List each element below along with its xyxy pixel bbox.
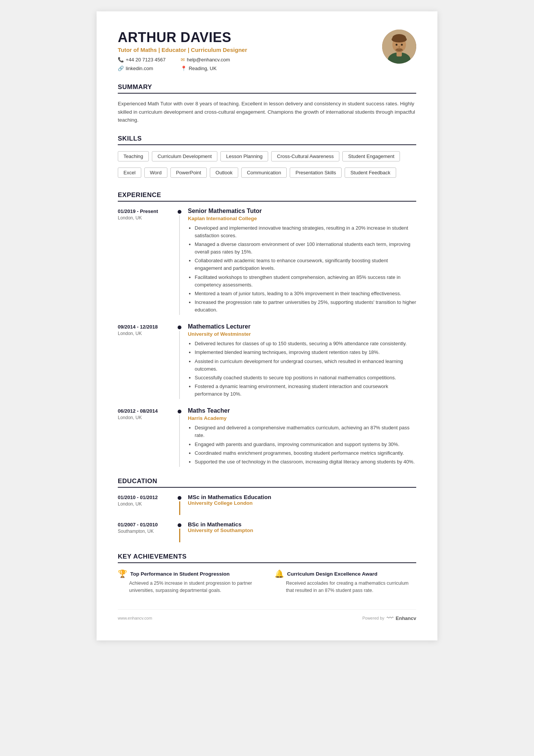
education-title: EDUCATION: [118, 477, 416, 488]
job-2-dot: [178, 326, 181, 329]
powered-by-text: Powered by: [362, 616, 384, 620]
job-3-date: 06/2012 - 08/2014: [118, 407, 176, 414]
job-2-location: London, UK: [118, 331, 176, 336]
location-text: Reading, UK: [189, 66, 217, 71]
bullet: Supported the use of technology in the c…: [195, 458, 416, 466]
edu-2-dot: [178, 523, 181, 527]
job-3-company: Harris Academy: [188, 415, 416, 421]
job-2-content: Mathematics Lecturer University of Westm…: [183, 323, 416, 399]
job-2-company: University of Westminster: [188, 331, 416, 337]
footer-brand: Powered by 〰 Enhancv: [362, 614, 416, 622]
achievements-grid: 🏆 Top Performance in Student Progression…: [118, 569, 416, 594]
job-3-location: London, UK: [118, 415, 176, 420]
header-left: ARTHUR DAVIES Tutor of Maths | Educator …: [118, 30, 382, 73]
job-3-date-loc: 06/2012 - 08/2014 London, UK: [118, 407, 176, 467]
job-1-company: Kaplan International College: [188, 216, 416, 221]
edu-1-location: London, UK: [118, 501, 176, 507]
job-1-bullets: Developed and implemented innovative tea…: [188, 224, 416, 314]
job-2-line: [179, 331, 180, 399]
enhancv-brand-name: Enhancv: [396, 615, 416, 621]
phone-contact: 📞 +44 20 7123 4567: [118, 57, 166, 63]
bullet: Engaged with parents and guardians, impr…: [195, 441, 416, 448]
job-1-timeline: [176, 208, 183, 315]
edu-2-school: University of Southampton: [188, 527, 416, 533]
job-2-date-loc: 09/2014 - 12/2018 London, UK: [118, 323, 176, 399]
bullet: Managed a diverse classroom environment …: [195, 241, 416, 256]
job-2-timeline: [176, 323, 183, 399]
summary-text: Experienced Math Tutor with over 8 years…: [118, 100, 416, 124]
skills-row-2: Excel Word PowerPoint Outlook Communicat…: [118, 167, 416, 181]
edu-1-content: MSc in Mathematics Education University …: [183, 494, 416, 515]
edu-1: 01/2010 - 01/2012 London, UK MSc in Math…: [118, 494, 416, 515]
edu-2-bar: [179, 529, 180, 542]
achievement-2-title: Curriculum Design Excellence Award: [287, 571, 378, 577]
candidate-name: ARTHUR DAVIES: [118, 30, 382, 45]
achievement-1-header: 🏆 Top Performance in Student Progression: [118, 569, 259, 578]
linkedin-icon: 🔗: [118, 66, 124, 71]
job-2-title: Mathematics Lecturer: [188, 323, 416, 330]
achievement-1-desc: Achieved a 25% increase in student progr…: [118, 580, 259, 594]
skill-lesson: Lesson Planning: [220, 151, 268, 161]
skill-student-engagement: Student Engagement: [342, 151, 400, 161]
skill-outlook: Outlook: [210, 167, 238, 178]
skill-communication: Communication: [241, 167, 287, 178]
edu-1-date-loc: 01/2010 - 01/2012 London, UK: [118, 494, 176, 515]
email-contact: ✉ help@enhancv.com: [181, 57, 230, 63]
skill-feedback: Student Feedback: [345, 167, 396, 178]
job-2: 09/2014 - 12/2018 London, UK Mathematics…: [118, 323, 416, 399]
job-2-bullets: Delivered lectures for classes of up to …: [188, 340, 416, 398]
job-1-title: Senior Mathematics Tutor: [188, 208, 416, 214]
skill-presentation: Presentation Skills: [290, 167, 342, 178]
resume-page: ARTHUR DAVIES Tutor of Maths | Educator …: [97, 11, 437, 640]
edu-1-degree: MSc in Mathematics Education: [188, 494, 416, 500]
footer-website: www.enhancv.com: [118, 616, 152, 620]
edu-2: 01/2007 - 01/2010 Southampton, UK BSc in…: [118, 521, 416, 542]
edu-2-timeline: [176, 521, 183, 542]
bullet: Facilitated workshops to strengthen stud…: [195, 274, 416, 289]
achievements-title: KEY ACHIEVEMENTS: [118, 553, 416, 563]
skill-teaching: Teaching: [118, 151, 149, 161]
job-2-date: 09/2014 - 12/2018: [118, 323, 176, 330]
job-3: 06/2012 - 08/2014 London, UK Maths Teach…: [118, 407, 416, 467]
bullet: Implemented blended learning techniques,…: [195, 349, 416, 356]
job-1-dot: [178, 210, 181, 214]
bullet: Delivered lectures for classes of up to …: [195, 340, 416, 347]
email-icon: ✉: [181, 57, 185, 63]
trophy-icon: 🏆: [118, 569, 127, 578]
skill-cross-cultural: Cross-Cultural Awareness: [271, 151, 339, 161]
bullet: Fostered a dynamic learning environment,…: [195, 383, 416, 398]
job-1-content: Senior Mathematics Tutor Kaplan Internat…: [183, 208, 416, 315]
summary-title: SUMMARY: [118, 83, 416, 94]
footer: www.enhancv.com Powered by 〰 Enhancv: [118, 609, 416, 622]
bullet: Mentored a team of junior tutors, leadin…: [195, 290, 416, 297]
svg-point-8: [399, 46, 400, 48]
job-3-content: Maths Teacher Harris Academy Designed an…: [183, 407, 416, 467]
skills-section: SKILLS Teaching Curriculum Development L…: [118, 135, 416, 181]
candidate-title: Tutor of Maths | Educator | Curriculum D…: [118, 47, 382, 53]
job-3-bullets: Designed and delivered a comprehensive m…: [188, 424, 416, 466]
edu-1-timeline: [176, 494, 183, 515]
edu-1-school: University College London: [188, 500, 416, 506]
header: ARTHUR DAVIES Tutor of Maths | Educator …: [118, 30, 416, 73]
bullet: Assisted in curriculum development for u…: [195, 358, 416, 373]
education-section: EDUCATION 01/2010 - 01/2012 London, UK M…: [118, 477, 416, 542]
edu-2-content: BSc in Mathematics University of Southam…: [183, 521, 416, 542]
skills-row-1: Teaching Curriculum Development Lesson P…: [118, 151, 416, 164]
edu-1-date: 01/2010 - 01/2012: [118, 494, 176, 500]
location-contact: 📍 Reading, UK: [181, 66, 230, 71]
linkedin-url: linkedin.com: [126, 66, 153, 71]
skill-excel: Excel: [118, 167, 141, 178]
edu-2-degree: BSc in Mathematics: [188, 521, 416, 527]
edu-2-date: 01/2007 - 01/2010: [118, 521, 176, 527]
bullet: Collaborated with academic teams to enha…: [195, 257, 416, 272]
experience-title: EXPERIENCE: [118, 191, 416, 202]
job-1-location: London, UK: [118, 215, 176, 221]
achievement-2-desc: Received accolades for creating a mathem…: [275, 580, 416, 594]
location-icon: 📍: [181, 66, 187, 71]
achievement-2-header: 🔔 Curriculum Design Excellence Award: [275, 569, 416, 578]
job-1-line: [179, 215, 180, 315]
achievements-section: KEY ACHIEVEMENTS 🏆 Top Performance in St…: [118, 553, 416, 594]
bullet: Increased the progression rate to partne…: [195, 299, 416, 314]
header-contacts: 📞 +44 20 7123 4567 🔗 linkedin.com ✉ help…: [118, 57, 382, 73]
edu-2-location: Southampton, UK: [118, 529, 176, 534]
